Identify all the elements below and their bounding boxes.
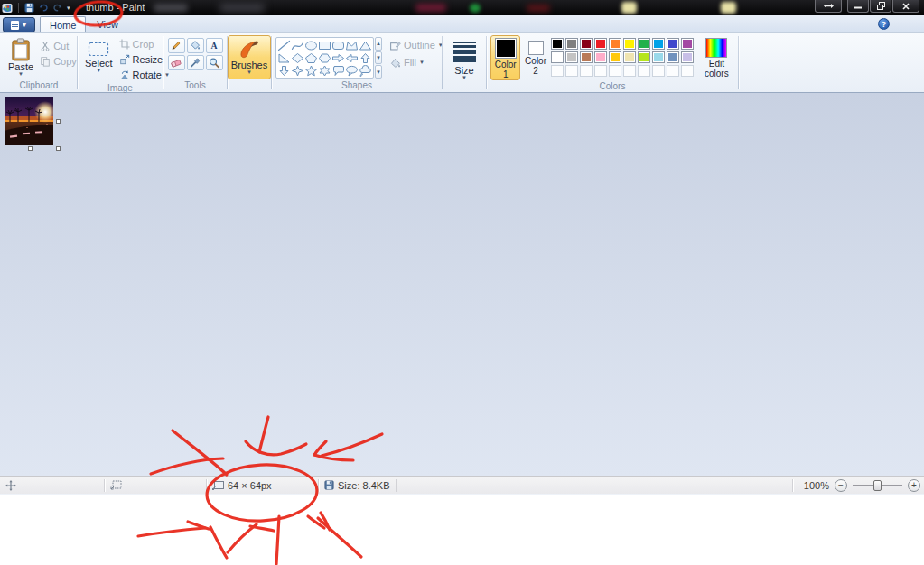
- palette-swatch[interactable]: [594, 38, 607, 50]
- shape-callout-oval-icon[interactable]: [345, 64, 359, 77]
- palette-swatch[interactable]: [609, 38, 621, 50]
- shape-star-6-icon[interactable]: [318, 64, 331, 77]
- eraser-tool-button[interactable]: [168, 55, 185, 70]
- palette-empty-slot[interactable]: [623, 65, 636, 77]
- color-picker-tool-button[interactable]: [187, 55, 204, 70]
- shape-right-triangle-icon[interactable]: [277, 51, 291, 64]
- restore-button[interactable]: [870, 0, 891, 13]
- chevron-down-icon: ▼: [18, 72, 23, 77]
- minimize-button[interactable]: [847, 0, 869, 13]
- palette-empty-slot[interactable]: [580, 65, 593, 77]
- zoom-out-button[interactable]: −: [835, 479, 847, 492]
- palette-swatch[interactable]: [638, 51, 650, 63]
- qat-dropdown-icon[interactable]: ▾: [67, 5, 70, 12]
- resize-handle-bottom[interactable]: [28, 146, 33, 151]
- fill-bucket-tool-button[interactable]: [187, 38, 204, 53]
- zoom-slider[interactable]: [853, 479, 902, 492]
- shape-curve-icon[interactable]: [291, 39, 304, 51]
- palette-swatch[interactable]: [565, 38, 578, 50]
- shape-rectangle-icon[interactable]: [318, 39, 331, 51]
- shape-arrow-right-icon[interactable]: [331, 51, 345, 64]
- palette-swatch[interactable]: [681, 38, 694, 50]
- paste-button[interactable]: Paste ▼: [5, 35, 37, 79]
- paint-app-icon[interactable]: [2, 3, 13, 14]
- palette-empty-slot[interactable]: [609, 65, 621, 77]
- shapes-scroll-down-icon[interactable]: ▼: [375, 51, 382, 65]
- pencil-tool-button[interactable]: [168, 38, 185, 53]
- copy-button[interactable]: Copy: [37, 54, 79, 69]
- palette-swatch[interactable]: [623, 51, 636, 63]
- shape-arrow-up-icon[interactable]: [359, 51, 372, 64]
- edit-colors-button[interactable]: Edit colors: [699, 35, 734, 80]
- palette-swatch[interactable]: [551, 38, 564, 50]
- tab-view[interactable]: View: [88, 16, 127, 32]
- shape-rounded-rectangle-icon[interactable]: [331, 39, 345, 51]
- palette-swatch[interactable]: [652, 38, 665, 50]
- canvas-image[interactable]: [5, 97, 53, 145]
- shape-pentagon-icon[interactable]: [304, 51, 318, 64]
- palette-empty-slot[interactable]: [638, 65, 650, 77]
- resize-handle-right[interactable]: [56, 119, 61, 124]
- status-separator: [396, 479, 397, 492]
- application-menu-button[interactable]: ▼: [3, 17, 35, 32]
- shapes-scroll-up-icon[interactable]: ▲: [375, 37, 382, 51]
- shape-triangle-icon[interactable]: [359, 39, 372, 51]
- palette-swatch[interactable]: [594, 51, 607, 63]
- shape-callout-rounded-icon[interactable]: [331, 64, 345, 77]
- shape-hexagon-icon[interactable]: [318, 51, 331, 64]
- palette-swatch[interactable]: [623, 38, 636, 50]
- outline-button[interactable]: Outline ▼: [387, 38, 446, 52]
- fill-button[interactable]: Fill ▼: [387, 55, 446, 69]
- resize-handle-corner[interactable]: [56, 146, 61, 151]
- shape-ellipse-icon[interactable]: [304, 39, 318, 51]
- color1-button[interactable]: Color 1: [490, 35, 520, 80]
- palette-swatch[interactable]: [667, 51, 679, 63]
- chevron-down-icon: ▼: [419, 60, 425, 65]
- canvas-area[interactable]: [0, 93, 924, 476]
- palette-swatch[interactable]: [580, 38, 593, 50]
- save-icon[interactable]: [24, 3, 34, 13]
- shape-line-icon[interactable]: [277, 39, 291, 51]
- palette-empty-slot[interactable]: [652, 65, 665, 77]
- palette-swatch[interactable]: [580, 51, 593, 63]
- shape-star-4-icon[interactable]: [291, 64, 304, 77]
- size-button[interactable]: Size ▼: [449, 35, 480, 81]
- selection-size-icon: [110, 480, 122, 490]
- group-size: Size ▼: [443, 33, 485, 92]
- palette-empty-slot[interactable]: [667, 65, 679, 77]
- brushes-button[interactable]: Brushes ▼: [228, 35, 271, 79]
- zoom-level-value: 100%: [804, 480, 829, 491]
- magnifier-tool-button[interactable]: [206, 55, 223, 70]
- text-tool-button[interactable]: A: [206, 38, 223, 53]
- color2-button[interactable]: Color 2: [520, 35, 550, 80]
- shape-polygon-icon[interactable]: [345, 39, 359, 51]
- palette-empty-slot[interactable]: [594, 65, 607, 77]
- cut-button[interactable]: Cut: [37, 39, 79, 53]
- help-icon[interactable]: ?: [878, 18, 890, 30]
- shape-star-5-icon[interactable]: [304, 64, 318, 77]
- palette-empty-slot[interactable]: [681, 65, 694, 77]
- shape-arrow-down-icon[interactable]: [277, 64, 291, 77]
- shape-diamond-icon[interactable]: [291, 51, 304, 64]
- tab-home[interactable]: Home: [40, 16, 86, 32]
- palette-swatch[interactable]: [565, 51, 578, 63]
- palette-empty-slot[interactable]: [565, 65, 578, 77]
- shapes-more-icon[interactable]: ▼: [375, 65, 382, 79]
- shape-arrow-left-icon[interactable]: [345, 51, 359, 64]
- fullscreen-button[interactable]: [815, 0, 842, 13]
- shape-callout-cloud-icon[interactable]: [359, 64, 372, 77]
- select-button[interactable]: Select ▼: [81, 35, 117, 82]
- zoom-slider-thumb[interactable]: [873, 480, 882, 491]
- palette-empty-slot[interactable]: [551, 65, 564, 77]
- palette-swatch[interactable]: [609, 51, 621, 63]
- status-separator: [792, 479, 793, 492]
- palette-swatch[interactable]: [551, 51, 564, 63]
- palette-swatch[interactable]: [638, 38, 650, 50]
- undo-icon[interactable]: [38, 3, 49, 13]
- close-button[interactable]: [892, 0, 919, 13]
- zoom-in-button[interactable]: +: [908, 479, 920, 492]
- palette-swatch[interactable]: [681, 51, 694, 63]
- palette-swatch[interactable]: [652, 51, 665, 63]
- palette-swatch[interactable]: [667, 38, 679, 50]
- redo-icon[interactable]: [52, 3, 63, 13]
